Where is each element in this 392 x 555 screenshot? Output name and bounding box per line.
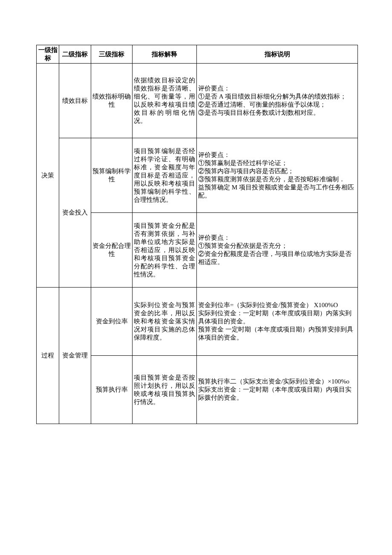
cell-level2: 资金投入 <box>59 138 91 288</box>
cell-explain: 实际到位资金与预算资金的比率，用以反映和考核资金落实情况对项目实施的总体保障程度… <box>133 288 197 356</box>
cell-level3: 绩效指标明确性 <box>91 64 133 138</box>
table-header-row: 一级指标 二级指标 三级指标 指标解释 指标说明 <box>37 45 358 64</box>
header-level2: 二级指标 <box>59 45 91 64</box>
table-row: 决策 绩效目标 绩效指标明确性 依据绩效目标设定的绩效指标是否清晰、细化、可衡量… <box>37 64 358 138</box>
cell-explain: 项目预算资金分配是否有测算依据，与补助单位或地方实际是否相适应，用以反映和考核项… <box>133 213 197 288</box>
header-explain: 指标解释 <box>133 45 197 64</box>
cell-level2: 资金管理 <box>59 288 91 424</box>
cell-level1: 决策 <box>37 64 59 288</box>
cell-level2: 绩效目标 <box>59 64 91 138</box>
cell-explain: 依据绩效目标设定的绩效指标是否清晰、细化、可衡量等，用以反映和考核项目绩效目标的… <box>133 64 197 138</box>
table-row: 过程 资金管理 资金到位率 实际到位资金与预算资金的比率，用以反映和考核资金落实… <box>37 288 358 356</box>
cell-explain: 项目预算编制是否经过科学论证、有明确标准，资金额度与年度目标是否相适应，用以反映… <box>133 138 197 213</box>
table-row: 资金投入 预算编制科学性 项目预算编制是否经过科学论证、有明确标准，资金额度与年… <box>37 138 358 213</box>
cell-level3: 预算编制科学性 <box>91 138 133 213</box>
cell-desc: 预算执行率二（实际支出资金/实际到位资金）×100%o实际支出资金：一定时期（本… <box>197 356 358 424</box>
cell-level1: 过程 <box>37 288 59 424</box>
header-level1: 一级指标 <box>37 45 59 64</box>
cell-level3: 资金分配合理性 <box>91 213 133 288</box>
cell-explain: 项目预算资金是否按照计划执行，用以反映或考核项目预算执行情况。 <box>133 356 197 424</box>
indicator-table: 一级指标 二级指标 三级指标 指标解释 指标说明 决策 绩效目标 绩效指标明确性… <box>36 45 358 424</box>
cell-desc: 评价要点：①是否 A 项目绩效目标细化分解为具体的绩效指标；②是否通过清晰、可衡… <box>197 64 358 138</box>
cell-level3: 资金到位率 <box>91 288 133 356</box>
cell-desc: 资金到位率=（实际到位资金/预算资金） X100%O实际到位资金：一定时期（本年… <box>197 288 358 356</box>
header-desc: 指标说明 <box>197 45 358 64</box>
cell-desc: 评价要点：①预算资金分配依据是否充分；②资金分配额度是否合理，与项目单位或地方实… <box>197 213 358 288</box>
header-level3: 三级指标 <box>91 45 133 64</box>
cell-level3: 预算执行率 <box>91 356 133 424</box>
cell-desc: 评价要点：①预算赢制是否经过科学论证；②预算内容与项目内容是否匹配；③预算额度测… <box>197 138 358 213</box>
